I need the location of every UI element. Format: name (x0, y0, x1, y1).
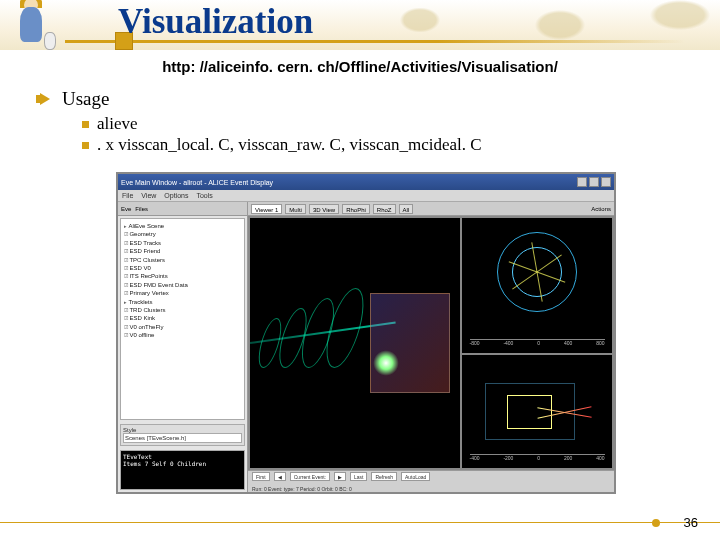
embedded-screenshot: Eve Main Window - aliroot - ALICE Event … (116, 172, 616, 494)
scene-tree[interactable]: AliEve Scene Geometry ESD Tracks ESD Fri… (120, 218, 245, 420)
left-pane: Eve Files AliEve Scene Geometry ESD Trac… (118, 202, 248, 492)
view-rhoz[interactable]: -400-2000200400 (462, 355, 612, 468)
reference-url: http: //aliceinfo. cern. ch/Offline/Acti… (0, 58, 720, 75)
event-toolbar: First ◀ Current Event: ▶ Last Refresh Au… (248, 470, 614, 492)
menu-item[interactable]: View (141, 192, 156, 199)
viewer-tab[interactable]: RhoPhi (342, 204, 370, 214)
viewer-tab[interactable]: All (399, 204, 414, 214)
viewer-tab[interactable]: 3D View (309, 204, 339, 214)
content-area: Usage alieve . x visscan_local. C, vissc… (40, 88, 690, 156)
view-rhophi[interactable]: -800-4000400800 (462, 218, 612, 353)
console-panel[interactable]: TEveText Items 7 Self 0 Children (120, 450, 245, 490)
tree-item[interactable]: ESD Tracks (124, 239, 241, 247)
run-info: Run: 0 Event: type: 7 Period: 0 Orbit: 0… (252, 486, 610, 492)
usage-label: Usage (62, 88, 109, 110)
event-field[interactable]: Current Event: (290, 472, 330, 481)
usage-item-text: . x visscan_local. C, visscan_raw. C, vi… (97, 135, 482, 155)
page-footer (0, 522, 720, 534)
tree-item[interactable]: TRD Clusters (124, 306, 241, 314)
tree-item[interactable]: ESD FMD Event Data (124, 281, 241, 289)
close-button[interactable] (601, 177, 611, 187)
refresh-button[interactable]: Refresh (371, 472, 397, 481)
views-grid: -800-4000400800 -400-2000200400 (248, 216, 614, 470)
first-button[interactable]: First (252, 472, 270, 481)
slide-title: Visualization (118, 2, 313, 42)
next-button[interactable]: ▶ (334, 472, 346, 481)
console-line: Items 7 Self 0 Children (123, 460, 206, 467)
autoload-checkbox[interactable]: AutoLoad (401, 472, 430, 481)
usage-item-row: alieve (82, 114, 690, 134)
style-value[interactable]: Scenes [TEveScene.h] (123, 433, 242, 443)
maximize-button[interactable] (589, 177, 599, 187)
tree-item[interactable]: V0 offline (124, 331, 241, 339)
axis-ticks: -400-2000200400 (470, 454, 605, 464)
window-menubar: File View Options Tools (118, 190, 614, 202)
tree-item[interactable]: V0 onTheFly (124, 323, 241, 331)
tree-item[interactable]: ESD Friend (124, 247, 241, 255)
left-tab[interactable]: Files (135, 206, 148, 212)
last-button[interactable]: Last (350, 472, 367, 481)
tree-item[interactable]: Geometry (124, 230, 241, 238)
footer-dot-icon (652, 519, 660, 527)
tree-item[interactable]: AliEve Scene (124, 222, 241, 230)
minimize-button[interactable] (577, 177, 587, 187)
tree-item[interactable]: TPC Clusters (124, 256, 241, 264)
left-tabs: Eve Files (118, 202, 247, 216)
menu-item[interactable]: Tools (196, 192, 212, 199)
view-3d[interactable] (250, 218, 460, 468)
viewer-tab[interactable]: RhoZ (373, 204, 396, 214)
right-pane: Viewer 1 Multi 3D View RhoPhi RhoZ All A… (248, 202, 614, 492)
alice-logo (10, 2, 65, 57)
axis-ticks: -800-4000400800 (470, 339, 605, 349)
style-panel: Style Scenes [TEveScene.h] (120, 424, 245, 446)
usage-item-row: . x visscan_local. C, visscan_raw. C, vi… (82, 135, 690, 155)
arrow-bullet-icon (40, 93, 50, 105)
menu-item[interactable]: File (122, 192, 133, 199)
square-bullet-icon (82, 142, 89, 149)
left-tab[interactable]: Eve (121, 206, 131, 212)
viewer-tab[interactable]: Viewer 1 (251, 204, 282, 214)
window-titlebar: Eve Main Window - aliroot - ALICE Event … (118, 174, 614, 190)
menu-item[interactable]: Options (164, 192, 188, 199)
tree-item[interactable]: ESD V0 (124, 264, 241, 272)
actions-label[interactable]: Actions (591, 206, 611, 212)
viewer-tab[interactable]: Multi (285, 204, 306, 214)
square-bullet-icon (82, 121, 89, 128)
prev-button[interactable]: ◀ (274, 472, 286, 481)
tree-item[interactable]: ESD Kink (124, 314, 241, 322)
right-tabs: Viewer 1 Multi 3D View RhoPhi RhoZ All A… (248, 202, 614, 216)
tree-item[interactable]: Tracklets (124, 298, 241, 306)
console-line: TEveText (123, 453, 152, 460)
tree-item[interactable]: ITS RecPoints (124, 272, 241, 280)
page-number: 36 (684, 515, 698, 530)
usage-item-text: alieve (97, 114, 138, 134)
usage-bullet: Usage (40, 88, 690, 110)
window-title: Eve Main Window - aliroot - ALICE Event … (121, 179, 273, 186)
tree-item[interactable]: Primary Vertex (124, 289, 241, 297)
